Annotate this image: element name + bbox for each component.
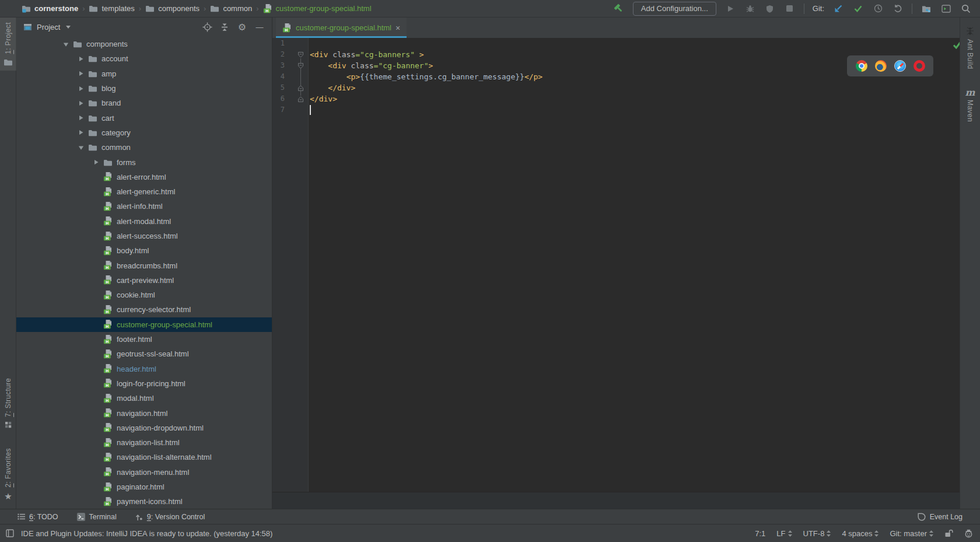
- opera-icon[interactable]: [914, 60, 925, 72]
- tree-row-alert-success-html[interactable]: Halert-success.html: [16, 229, 272, 243]
- editor-gutter[interactable]: 1234567: [272, 38, 309, 492]
- event-log-button[interactable]: Event Log: [917, 512, 963, 521]
- tree-row-amp[interactable]: amp: [16, 67, 272, 81]
- html-file-icon: H: [103, 364, 113, 373]
- line-separator-selector[interactable]: LF: [776, 529, 792, 538]
- search-icon[interactable]: [960, 3, 972, 15]
- tree-row-alert-generic-html[interactable]: Halert-generic.html: [16, 184, 272, 199]
- tree-expand-icon[interactable]: [78, 115, 88, 121]
- fold-open-icon[interactable]: [298, 62, 304, 69]
- breadcrumb-item-common[interactable]: common: [208, 4, 254, 13]
- tree-expand-icon[interactable]: [78, 56, 88, 62]
- stripe-button-1-Project[interactable]: 1: Project: [0, 18, 16, 71]
- tree-row-modal-html[interactable]: Hmodal.html: [16, 391, 272, 405]
- vcs-update-icon[interactable]: [832, 3, 844, 15]
- tree-row-payment-icons-html[interactable]: Hpayment-icons.html: [16, 494, 272, 509]
- caret-position[interactable]: 7:1: [755, 529, 765, 538]
- hammer-icon[interactable]: [613, 3, 625, 15]
- tree-row-cart[interactable]: cart: [16, 110, 272, 125]
- tree-expand-icon[interactable]: [78, 100, 88, 106]
- tree-row-header-html[interactable]: Hheader.html: [16, 362, 272, 376]
- fold-open-icon[interactable]: [298, 51, 304, 58]
- stripe-button-Ant-Build[interactable]: Ant Build: [966, 27, 974, 69]
- stop-icon[interactable]: [784, 3, 796, 15]
- firefox-icon[interactable]: [875, 60, 887, 72]
- hide-icon[interactable]: —: [253, 21, 266, 34]
- collapse-all-icon[interactable]: [218, 21, 231, 34]
- tree-row-login-for-pricing-html[interactable]: Hlogin-for-pricing.html: [16, 376, 272, 391]
- tree-row-navigation-list-alternate-html[interactable]: Hnavigation-list-alternate.html: [16, 450, 272, 464]
- tree-row-components[interactable]: components: [16, 37, 272, 51]
- hector-icon[interactable]: [964, 529, 973, 538]
- vcs-history-icon[interactable]: [872, 3, 884, 15]
- lock-open-icon[interactable]: [944, 529, 953, 537]
- tool-window-button-6-TODO[interactable]: 6: TODO: [18, 513, 58, 521]
- breadcrumb-item-customer-group-special-html[interactable]: Hcustomer-group-special.html: [261, 4, 373, 13]
- tree-row-alert-info-html[interactable]: Halert-info.html: [16, 199, 272, 214]
- status-message[interactable]: IDE and Plugin Updates: IntelliJ IDEA is…: [21, 529, 272, 538]
- tree-row-cookie-html[interactable]: Hcookie.html: [16, 288, 272, 302]
- console-icon[interactable]: [940, 3, 952, 15]
- editor-code-area[interactable]: <div class="cg-banners" > <div class="cg…: [309, 38, 960, 492]
- tree-row-forms[interactable]: forms: [16, 155, 272, 169]
- stripe-button-Maven[interactable]: mMaven: [965, 89, 975, 122]
- code-editor[interactable]: 1234567 <div class="cg-banners" > <div c…: [272, 38, 960, 492]
- tree-row-navigation-html[interactable]: Hnavigation.html: [16, 405, 272, 420]
- debug-icon[interactable]: [744, 3, 756, 15]
- tree-row-category[interactable]: category: [16, 125, 272, 140]
- tree-expand-icon[interactable]: [78, 130, 88, 135]
- breadcrumb-item-components[interactable]: components: [144, 4, 201, 13]
- vcs-commit-icon[interactable]: [852, 3, 864, 15]
- encoding-value: UTF-8: [803, 529, 825, 538]
- run-icon[interactable]: [724, 3, 736, 15]
- tree-row-navigation-list-html[interactable]: Hnavigation-list.html: [16, 435, 272, 450]
- safari-icon[interactable]: [894, 60, 906, 72]
- gear-icon[interactable]: ⚙: [236, 21, 249, 34]
- tree-expand-icon[interactable]: [78, 71, 88, 76]
- tree-row-alert-error-html[interactable]: Halert-error.html: [16, 170, 272, 184]
- tree-row-footer-html[interactable]: Hfooter.html: [16, 332, 272, 347]
- tree-row-account[interactable]: account: [16, 51, 272, 66]
- tree-collapse-icon[interactable]: [78, 145, 88, 151]
- window-icon[interactable]: [6, 529, 14, 537]
- tool-window-button-9-Version-Control[interactable]: 9: Version Control: [135, 513, 205, 521]
- folders-icon[interactable]: [921, 3, 932, 15]
- tree-row-geotrust-ssl-seal-html[interactable]: Hgeotrust-ssl-seal.html: [16, 347, 272, 361]
- fold-close-icon[interactable]: [298, 85, 304, 92]
- main-toolbar: cornerstone›templates›components›common›…: [0, 0, 980, 18]
- tree-row-body-html[interactable]: Hbody.html: [16, 243, 272, 258]
- locate-icon[interactable]: [201, 21, 214, 34]
- tree-row-customer-group-special-html[interactable]: Hcustomer-group-special.html: [16, 317, 272, 332]
- fold-close-icon[interactable]: [298, 96, 304, 103]
- tree-row-breadcrumbs-html[interactable]: Hbreadcrumbs.html: [16, 258, 272, 272]
- chrome-icon[interactable]: [856, 60, 867, 72]
- breadcrumb-item-templates[interactable]: templates: [87, 4, 136, 13]
- tree-row-navigation-menu-html[interactable]: Hnavigation-menu.html: [16, 465, 272, 480]
- breadcrumb-item-cornerstone[interactable]: cornerstone: [20, 4, 80, 13]
- git-branch-selector[interactable]: Git: master: [890, 529, 933, 538]
- tree-row-navigation-dropdown-html[interactable]: Hnavigation-dropdown.html: [16, 421, 272, 435]
- html-file-icon: H: [103, 423, 113, 432]
- tree-expand-icon[interactable]: [93, 159, 103, 165]
- tree-row-currency-selector-html[interactable]: Hcurrency-selector.html: [16, 302, 272, 317]
- indent-selector[interactable]: 4 spaces: [842, 529, 878, 538]
- tree-row-cart-preview-html[interactable]: Hcart-preview.html: [16, 273, 272, 288]
- tree-row-brand[interactable]: brand: [16, 96, 272, 110]
- tree-row-common[interactable]: common: [16, 140, 272, 155]
- panel-title[interactable]: Project: [37, 23, 60, 32]
- stripe-button-7-Structure[interactable]: 7: Structure: [0, 373, 16, 433]
- tree-row-paginator-html[interactable]: Hpaginator.html: [16, 480, 272, 494]
- tool-window-button-Terminal[interactable]: Terminal: [77, 513, 117, 521]
- coverage-icon[interactable]: [764, 3, 776, 15]
- tab-customer-group-special[interactable]: H customer-group-special.html ×: [276, 18, 407, 38]
- stripe-button-2-Favorites[interactable]: 2: Favorites★: [0, 443, 16, 507]
- tree-collapse-icon[interactable]: [63, 41, 73, 47]
- tree-row-blog[interactable]: blog: [16, 81, 272, 96]
- close-icon[interactable]: ×: [396, 24, 400, 32]
- tree-expand-icon[interactable]: [78, 86, 88, 92]
- add-configuration-button[interactable]: Add Configuration...: [633, 2, 716, 16]
- chevron-down-icon[interactable]: [66, 26, 71, 29]
- encoding-selector[interactable]: UTF-8: [803, 529, 831, 538]
- tree-row-alert-modal-html[interactable]: Halert-modal.html: [16, 214, 272, 229]
- vcs-rollback-icon[interactable]: [892, 3, 904, 15]
